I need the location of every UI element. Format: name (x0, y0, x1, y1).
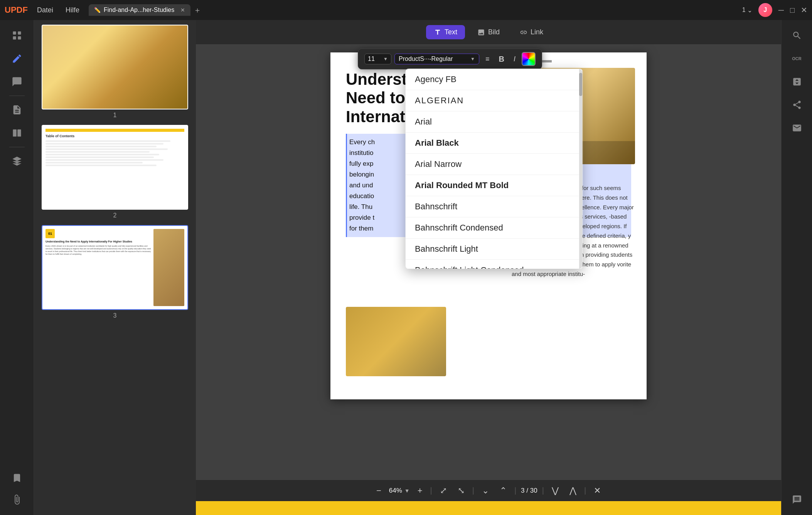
tab-edit-icon: ✏️ (94, 7, 101, 13)
thumb2-header (45, 129, 184, 132)
font-item-bahnschrift-light-condensed[interactable]: Bahnschrift Light Condensed (406, 260, 582, 269)
sidebar-icon-attachments[interactable] (6, 489, 28, 510)
font-size-dropdown-icon[interactable]: ▼ (383, 56, 388, 62)
font-item-algerian[interactable]: ALGERIAN (406, 90, 582, 111)
right-sidebar-mail[interactable] (786, 117, 808, 139)
title-bar: UPDF Datei Hilfe ✏️ Find-and-Ap...her-St… (0, 0, 812, 20)
font-name-value: ProductS···-Regular (399, 56, 453, 62)
thumbnail-1[interactable]: 1 (37, 25, 193, 119)
right-sidebar-bottom (786, 489, 808, 510)
page-dropdown-icon[interactable]: ⌄ (747, 7, 752, 14)
sidebar-icon-page-manager[interactable] (6, 122, 28, 144)
sidebar-icon-comment[interactable] (6, 71, 28, 93)
sidebar-icon-bookmarks[interactable] (6, 467, 28, 489)
thumb1-bar (42, 109, 187, 109)
last-page-button[interactable]: ⋀ (566, 484, 580, 497)
right-sidebar-ocr[interactable]: OCR (786, 48, 808, 69)
window-controls: ─ □ ✕ (778, 5, 807, 15)
tab-add-button[interactable]: ＋ (194, 5, 201, 15)
sidebar-icon-thumbnails[interactable] (6, 25, 28, 46)
next-page-button[interactable]: ⌃ (497, 484, 510, 497)
fit-width-button[interactable]: ⤢ (437, 484, 450, 497)
toolbar-text-label: Text (445, 28, 457, 36)
font-item-arial-narrow[interactable]: Arial Narrow (406, 154, 582, 175)
svg-rect-4 (13, 130, 16, 137)
thumb3-left: 01 Understanding the Need to Apply Inter… (45, 229, 151, 306)
page-separator: / (526, 487, 530, 494)
pdf-bottom-image (346, 307, 446, 376)
thumbnail-3[interactable]: 01 Understanding the Need to Apply Inter… (37, 225, 193, 319)
toolbar-text-button[interactable]: Text (426, 25, 465, 39)
zoom-in-button[interactable]: + (414, 484, 426, 497)
toolbar-bild-label: Bild (488, 28, 500, 36)
svg-rect-2 (13, 36, 16, 39)
separator-3: | (514, 486, 516, 495)
font-item-arial-black[interactable]: Arial Black (406, 133, 582, 154)
thumb3-text: Every child's dream is to be part of an … (45, 245, 151, 256)
sidebar-icon-pages[interactable] (6, 99, 28, 121)
thumb-frame-3: 01 Understanding the Need to Apply Inter… (42, 225, 188, 310)
separator-1: | (430, 486, 432, 495)
pdf-viewer[interactable]: Understanding the Need to Apply Internat… (196, 45, 781, 480)
active-tab[interactable]: ✏️ Find-and-Ap...her-Studies ✕ (89, 4, 190, 16)
toolbar-bild-button[interactable]: Bild (470, 25, 507, 39)
right-sidebar-chat[interactable] (786, 489, 808, 510)
font-name-dropdown[interactable]: ProductS···-Regular ▼ (394, 54, 479, 64)
fit-page-button[interactable]: ⤡ (455, 484, 468, 497)
thumbnail-2[interactable]: Table of Contents 2 (37, 125, 193, 219)
user-avatar[interactable]: J (758, 3, 772, 17)
sidebar-divider-2 (9, 147, 25, 147)
font-item-arial[interactable]: Arial (406, 111, 582, 133)
align-button[interactable]: ≡ (482, 54, 493, 65)
zoom-dropdown-icon[interactable]: ▼ (404, 488, 410, 494)
svg-rect-5 (17, 130, 21, 137)
tab-close-button[interactable]: ✕ (180, 7, 185, 13)
font-item-bahnschrift-condensed[interactable]: Bahnschrift Condensed (406, 217, 582, 239)
left-sidebar (0, 20, 34, 515)
prev-page-button[interactable]: ⌄ (479, 484, 492, 497)
font-item-agency-fb[interactable]: Agency FB (406, 69, 582, 90)
sidebar-icon-layers[interactable] (6, 150, 28, 172)
right-sidebar-share[interactable] (786, 94, 808, 116)
zoom-value-display: 64% ▼ (389, 487, 410, 495)
font-size-box[interactable]: 11 ▼ (364, 54, 391, 64)
thumb3-right (153, 229, 184, 306)
close-toolbar-button[interactable]: ✕ (591, 484, 604, 497)
menu-datei[interactable]: Datei (34, 5, 56, 16)
page-number-display: 3 / 30 (521, 487, 537, 495)
thumb-label-3: 3 (113, 312, 117, 319)
thumb2-title: Table of Contents (45, 134, 184, 138)
first-page-button[interactable]: ⋁ (549, 484, 562, 497)
thumb3-heading: Understanding the Need to Apply Internat… (45, 240, 151, 243)
sidebar-icon-edit[interactable] (6, 48, 28, 69)
close-window-button[interactable]: ✕ (801, 5, 807, 15)
right-sidebar-search[interactable] (786, 25, 808, 46)
right-sidebar: OCR (781, 20, 812, 515)
tab-label: Find-and-Ap...her-Studies (104, 7, 174, 13)
font-list-dropdown[interactable]: Agency FB ALGERIAN Arial Arial Black Ari… (405, 69, 583, 269)
font-item-bahnschrift[interactable]: Bahnschrift (406, 196, 582, 217)
minimize-button[interactable]: ─ (778, 6, 784, 15)
thumb-label-2: 2 (113, 212, 117, 219)
svg-rect-1 (18, 32, 21, 35)
current-page: 1 (742, 7, 746, 13)
italic-button[interactable]: I (510, 54, 519, 65)
thumb-frame-1 (42, 25, 188, 109)
tab-bar: ✏️ Find-and-Ap...her-Studies ✕ ＋ (89, 4, 736, 16)
bold-button[interactable]: B (496, 53, 507, 65)
thumb-label-1: 1 (113, 112, 117, 119)
thumb2-bg: Table of Contents (42, 126, 187, 209)
separator-5: | (584, 486, 586, 495)
zoom-out-button[interactable]: − (373, 484, 384, 497)
font-item-arial-rounded[interactable]: Arial Rounded MT Bold (406, 175, 582, 196)
svg-rect-3 (18, 36, 21, 39)
toolbar-link-button[interactable]: Link (512, 25, 551, 39)
menu-hilfe[interactable]: Hilfe (62, 5, 83, 16)
bottom-yellow-bar (196, 501, 781, 515)
thumb3-bg: 01 Understanding the Need to Apply Inter… (42, 226, 187, 309)
font-item-bahnschrift-light[interactable]: Bahnschrift Light (406, 239, 582, 260)
text-format-toolbar: 11 ▼ ProductS···-Regular ▼ ≡ B I (358, 49, 542, 69)
color-swatch[interactable] (522, 52, 536, 66)
right-sidebar-convert[interactable] (786, 71, 808, 93)
maximize-button[interactable]: □ (790, 6, 795, 15)
